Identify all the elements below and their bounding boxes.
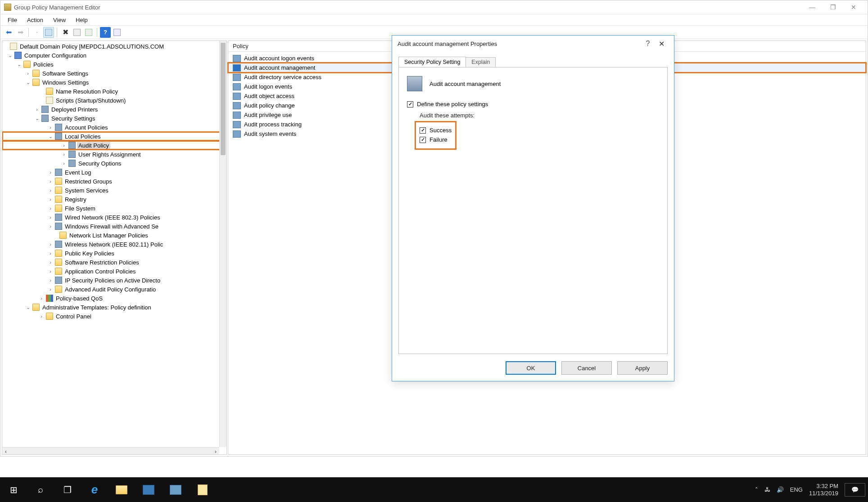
dialog-panel: Audit account management Define these po… <box>398 67 668 354</box>
tree-scripts[interactable]: Scripts (Startup/Shutdown) <box>2 96 226 105</box>
tree-security-options[interactable]: ›Security Options <box>2 159 226 168</box>
tray-language[interactable]: ENG <box>790 486 803 493</box>
maximize-button[interactable]: ❐ <box>823 0 843 14</box>
tree-public-key[interactable]: ›Public Key Policies <box>2 249 226 258</box>
menu-action[interactable]: Action <box>23 16 48 24</box>
tree-user-rights[interactable]: ›User Rights Assignment <box>2 150 226 159</box>
filter-button[interactable] <box>112 27 122 38</box>
tree-file-system[interactable]: ›File System <box>2 204 226 213</box>
tree-policy-qos[interactable]: ›Policy-based QoS <box>2 294 226 303</box>
tree-software-restriction[interactable]: ›Software Restriction Policies <box>2 258 226 267</box>
properties-button[interactable] <box>72 27 82 38</box>
tree-name-resolution[interactable]: Name Resolution Policy <box>2 87 226 96</box>
tree-root[interactable]: Default Domain Policy [MEPDC1.ADSOLUTION… <box>2 42 226 51</box>
cancel-button[interactable]: Cancel <box>561 361 612 375</box>
tree-computer-configuration[interactable]: ⌄Computer Configuration <box>2 51 226 60</box>
back-button[interactable] <box>3 27 14 38</box>
apply-button[interactable]: Apply <box>617 361 668 375</box>
tray-volume-icon[interactable]: 🔊 <box>777 486 784 493</box>
tree-admin-templates[interactable]: ⌄Administrative Templates: Policy defini… <box>2 303 226 312</box>
list-column-label: Policy <box>233 43 249 49</box>
list-item-label: Audit directory service access <box>243 74 323 81</box>
define-policy-checkbox[interactable] <box>407 101 413 108</box>
success-checkbox[interactable] <box>420 127 426 134</box>
show-tree-button[interactable] <box>43 27 54 38</box>
dialog-close-button[interactable]: ✕ <box>654 40 669 48</box>
taskbar-explorer-icon[interactable] <box>108 477 135 502</box>
tree-network-list[interactable]: Network List Manager Policies <box>2 231 226 240</box>
taskbar-clock[interactable]: 3:32 PM 11/13/2019 <box>809 483 838 497</box>
taskbar-gpmc-icon[interactable] <box>162 477 189 502</box>
toolbar-separator <box>57 28 57 37</box>
close-window-button[interactable]: ✕ <box>843 0 864 14</box>
tree-policies[interactable]: ⌄Policies <box>2 60 226 69</box>
tree-local-policies[interactable]: ⌄Local Policies <box>2 132 226 141</box>
navigation-tree[interactable]: Default Domain Policy [MEPDC1.ADSOLUTION… <box>2 41 226 322</box>
task-view-button[interactable]: ❐ <box>54 477 81 502</box>
list-item-label: Audit object access <box>243 93 296 99</box>
tree-account-policies[interactable]: ›Account Policies <box>2 123 226 132</box>
tree-registry[interactable]: ›Registry <box>2 195 226 204</box>
failure-label: Failure <box>429 136 448 143</box>
taskbar-notepad-icon[interactable] <box>189 477 216 502</box>
delete-button[interactable]: ✖ <box>60 27 71 38</box>
tray-network-icon[interactable]: 🖧 <box>764 486 770 493</box>
tree-windows-settings[interactable]: ⌄Windows Settings <box>2 78 226 87</box>
tree-windows-firewall[interactable]: ›Windows Firewall with Advanced Se <box>2 222 226 231</box>
tree-software-settings[interactable]: ›Software Settings <box>2 69 226 78</box>
tree-wired-network[interactable]: ›Wired Network (IEEE 802.3) Policies <box>2 213 226 222</box>
tree-control-panel[interactable]: ›Control Panel <box>2 312 226 321</box>
app-icon <box>4 4 11 11</box>
system-tray: ˄ 🖧 🔊 ENG 3:32 PM 11/13/2019 💬 <box>755 483 868 497</box>
tray-chevron-icon[interactable]: ˄ <box>755 486 758 493</box>
list-item-label: Audit logon events <box>243 83 294 90</box>
tree-system-services[interactable]: ›System Services <box>2 186 226 195</box>
help-button[interactable]: ? <box>100 27 111 38</box>
tree-wireless-network[interactable]: ›Wireless Network (IEEE 802.11) Polic <box>2 240 226 249</box>
list-item-label: Audit account management <box>243 64 316 71</box>
properties-dialog: Audit account management Properties ? ✕ … <box>392 35 674 381</box>
action-center-button[interactable]: 💬 <box>845 483 865 497</box>
ok-button[interactable]: OK <box>506 361 556 375</box>
up-level-button[interactable] <box>32 27 42 38</box>
tab-explain[interactable]: Explain <box>466 57 496 67</box>
tree-audit-policy[interactable]: ›Audit Policy <box>2 141 226 150</box>
tree-restricted-groups[interactable]: ›Restricted Groups <box>2 177 226 186</box>
list-item-label: Audit policy change <box>243 102 296 109</box>
tab-security-policy-setting[interactable]: Security Policy Setting <box>398 57 466 67</box>
tree-security-settings[interactable]: ⌄Security Settings <box>2 114 226 123</box>
tree-application-control[interactable]: ›Application Control Policies <box>2 267 226 276</box>
success-label: Success <box>429 127 452 134</box>
start-button[interactable]: ⊞ <box>0 477 27 502</box>
taskbar: ⊞ ⌕ ❐ e ˄ 🖧 🔊 ENG 3:32 PM 11/13/2019 💬 <box>0 477 868 502</box>
list-item-label: Audit privilege use <box>243 112 293 118</box>
list-item-label: Audit process tracking <box>243 121 303 128</box>
taskbar-date: 11/13/2019 <box>809 490 838 497</box>
minimize-button[interactable]: — <box>802 0 823 14</box>
policy-icon <box>233 83 241 90</box>
menu-help[interactable]: Help <box>71 16 92 24</box>
tree-ip-security[interactable]: ›IP Security Policies on Active Directo <box>2 276 226 285</box>
tree-event-log[interactable]: ›Event Log <box>2 168 226 177</box>
tree-horizontal-scrollbar[interactable]: ‹› <box>2 447 219 454</box>
titlebar[interactable]: Group Policy Management Editor — ❐ ✕ <box>0 0 868 14</box>
policy-icon <box>233 102 241 109</box>
menu-view[interactable]: View <box>49 16 70 24</box>
taskbar-server-manager-icon[interactable] <box>135 477 162 502</box>
policy-icon <box>233 64 241 72</box>
dialog-titlebar[interactable]: Audit account management Properties ? ✕ <box>392 36 674 52</box>
failure-checkbox[interactable] <box>420 137 426 143</box>
export-button[interactable] <box>83 27 94 38</box>
forward-button[interactable] <box>15 27 26 38</box>
taskbar-ie-icon[interactable]: e <box>81 477 108 502</box>
dialog-help-button[interactable]: ? <box>642 40 654 48</box>
audit-attempts-label: Audit these attempts: <box>420 112 659 119</box>
search-button[interactable]: ⌕ <box>27 477 54 502</box>
tree-advanced-audit[interactable]: ›Advanced Audit Policy Configuratio <box>2 285 226 294</box>
tree-deployed-printers[interactable]: ›Deployed Printers <box>2 105 226 114</box>
tree-vertical-scrollbar[interactable] <box>219 41 226 447</box>
policy-icon <box>233 130 241 138</box>
menubar: File Action View Help <box>0 14 868 26</box>
dialog-tabs: Security Policy Setting Explain <box>398 56 495 67</box>
menu-file[interactable]: File <box>3 16 22 24</box>
